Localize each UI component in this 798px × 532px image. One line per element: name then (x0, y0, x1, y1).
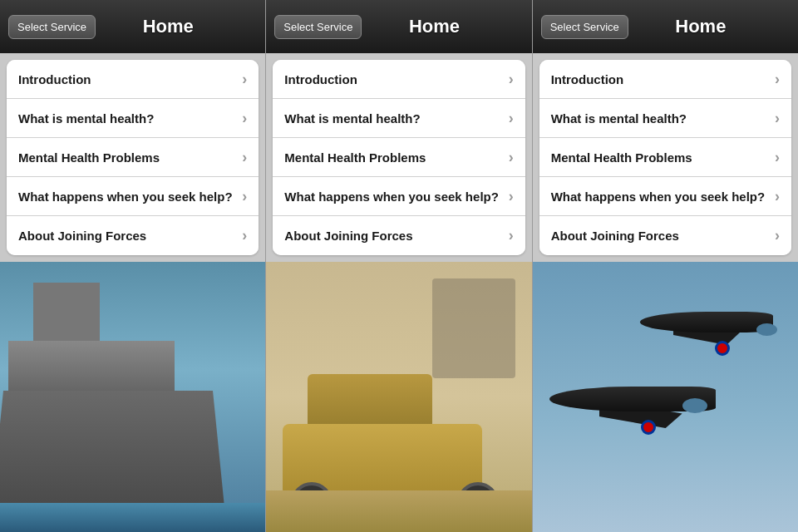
menu-item[interactable]: Mental Health Problems› (7, 138, 259, 177)
menu-item[interactable]: Introduction› (273, 60, 525, 99)
menu-item-label: Mental Health Problems (284, 150, 426, 165)
roundel-insignia (641, 420, 656, 435)
menu-item-label: What happens when you seek help? (284, 190, 499, 204)
menu-item[interactable]: Mental Health Problems› (273, 138, 525, 177)
menu-item-label: Introduction (18, 72, 91, 86)
menu-item[interactable]: Introduction› (539, 60, 791, 99)
chevron-right-icon: › (242, 110, 247, 127)
jet-aircraft-1 (623, 295, 790, 353)
chevron-right-icon: › (775, 71, 780, 88)
panel-navy: Select ServiceHomeIntroduction›What is m… (0, 0, 266, 532)
background-shape (432, 278, 515, 378)
ground (266, 490, 531, 532)
jet-fuselage (549, 387, 716, 411)
panel-airforce: Select ServiceHomeIntroduction›What is m… (533, 0, 798, 532)
menu-item[interactable]: What is mental health?› (7, 99, 259, 138)
scene-airforce (533, 262, 798, 532)
menu-item[interactable]: What happens when you seek help?› (539, 177, 791, 216)
ship-hull (0, 391, 224, 507)
chevron-right-icon: › (775, 149, 780, 166)
menu-item-label: Introduction (551, 72, 623, 86)
menu-item-label: Mental Health Problems (18, 150, 160, 165)
army-scene (266, 262, 531, 532)
menu-item[interactable]: About Joining Forces› (7, 216, 259, 255)
menu-list: Introduction›What is mental health?›Ment… (539, 60, 791, 255)
airforce-scene (533, 262, 798, 532)
menu-item[interactable]: Introduction› (7, 60, 259, 99)
app-header: Select ServiceHome (533, 0, 798, 53)
roundel-insignia (715, 341, 730, 356)
jet-aircraft-2 (541, 370, 741, 436)
menu-item-label: What is mental health? (284, 111, 420, 126)
menu-item[interactable]: Mental Health Problems› (539, 138, 791, 177)
ship-tower (33, 283, 100, 341)
vehicle-cab (308, 374, 432, 424)
page-title: Home (370, 16, 498, 37)
menu-item-label: What happens when you seek help? (551, 190, 766, 204)
ship-deck (8, 341, 175, 391)
app-header: Select ServiceHome (266, 0, 531, 53)
chevron-right-icon: › (509, 188, 514, 205)
chevron-right-icon: › (509, 71, 514, 88)
chevron-right-icon: › (242, 188, 247, 205)
menu-item[interactable]: About Joining Forces› (273, 216, 525, 255)
chevron-right-icon: › (775, 227, 780, 244)
menu-item[interactable]: What happens when you seek help?› (7, 177, 259, 216)
chevron-right-icon: › (509, 149, 514, 166)
menu-item-label: About Joining Forces (284, 229, 412, 243)
water (0, 503, 265, 532)
jet-cockpit (756, 323, 777, 336)
menu-list: Introduction›What is mental health?›Ment… (7, 60, 259, 255)
panel-army: Select ServiceHomeIntroduction›What is m… (266, 0, 532, 532)
scene-army (266, 262, 531, 532)
menu-item-label: What is mental health? (551, 111, 687, 126)
chevron-right-icon: › (775, 188, 780, 205)
chevron-right-icon: › (242, 227, 247, 244)
navy-scene (0, 262, 265, 532)
chevron-right-icon: › (509, 227, 514, 244)
menu-item-label: About Joining Forces (551, 229, 679, 243)
chevron-right-icon: › (242, 71, 247, 88)
menu-list: Introduction›What is mental health?›Ment… (273, 60, 525, 255)
chevron-right-icon: › (242, 149, 247, 166)
select-service-button[interactable]: Select Service (541, 15, 628, 39)
jet-fuselage (640, 312, 773, 332)
menu-item-label: What happens when you seek help? (18, 190, 233, 204)
menu-item-label: About Joining Forces (18, 229, 146, 243)
menu-item-label: Introduction (284, 72, 357, 86)
app-header: Select ServiceHome (0, 0, 265, 53)
select-service-button[interactable]: Select Service (8, 15, 96, 39)
select-service-button[interactable]: Select Service (274, 15, 362, 39)
menu-item-label: Mental Health Problems (551, 150, 692, 165)
menu-item[interactable]: What is mental health?› (273, 99, 525, 138)
menu-item[interactable]: About Joining Forces› (539, 216, 791, 255)
page-title: Home (104, 16, 232, 37)
jet-cockpit (682, 398, 707, 413)
chevron-right-icon: › (509, 110, 514, 127)
scene-navy (0, 262, 265, 532)
menu-item[interactable]: What happens when you seek help?› (273, 177, 525, 216)
menu-item-label: What is mental health? (18, 111, 154, 126)
menu-item[interactable]: What is mental health?› (539, 99, 791, 138)
page-title: Home (637, 16, 765, 37)
chevron-right-icon: › (775, 110, 780, 127)
